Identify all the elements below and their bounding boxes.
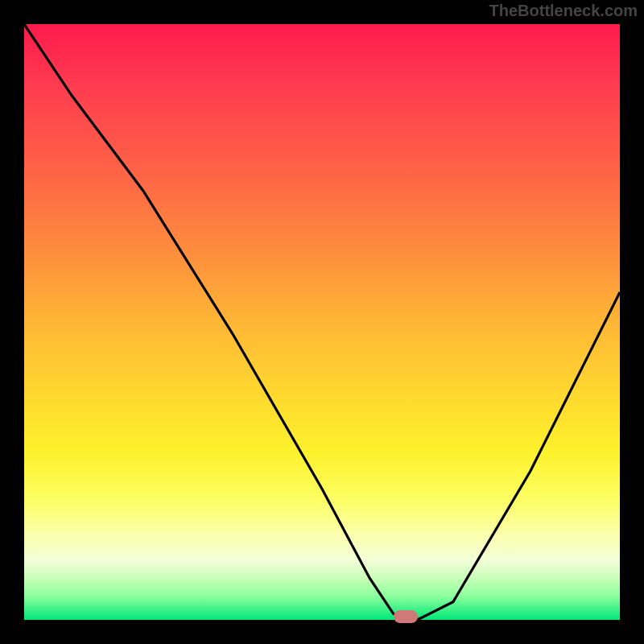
chart-frame: TheBottleneck.com: [0, 0, 644, 644]
optimal-marker: [394, 610, 418, 623]
plot-area: [24, 24, 620, 620]
heat-gradient-background: [24, 24, 620, 620]
watermark-text: TheBottleneck.com: [489, 2, 638, 20]
